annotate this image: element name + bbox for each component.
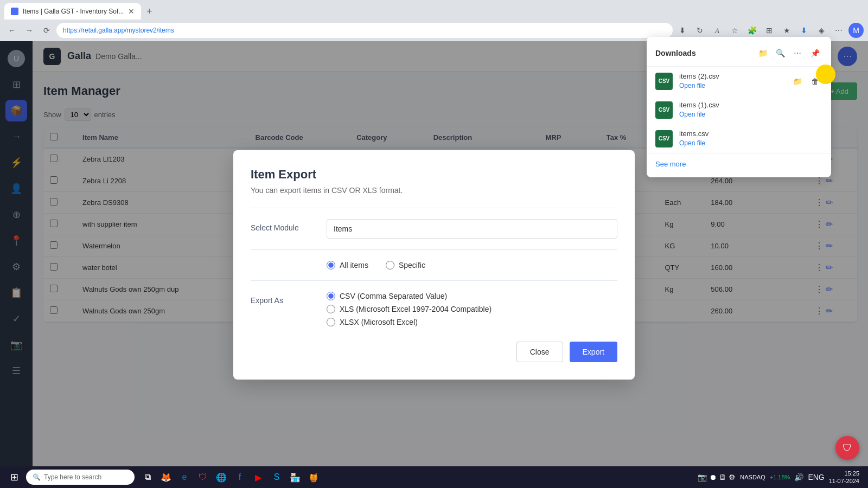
- close-button[interactable]: Close: [516, 342, 563, 362]
- yellow-indicator: [816, 65, 835, 84]
- open-file-link-2[interactable]: Open file: [679, 111, 705, 118]
- select-module-label: Select Module: [251, 219, 327, 232]
- xlsx-radio[interactable]: [327, 318, 335, 326]
- monitor-systray-icon[interactable]: 🖥: [719, 473, 726, 481]
- youtube-button[interactable]: ▶: [250, 468, 267, 486]
- modal-title: Item Export: [251, 168, 617, 182]
- xlsx-option[interactable]: XLSX (Microsoft Excel): [327, 318, 617, 326]
- open-file-link-3[interactable]: Open file: [679, 139, 705, 147]
- downloads-search-button[interactable]: 🔍: [773, 46, 788, 61]
- modal-divider: [251, 208, 617, 208]
- mcafee-taskbar-button[interactable]: 🛡: [194, 468, 212, 486]
- camera-systray-icon[interactable]: 📷: [698, 473, 707, 481]
- all-items-radio[interactable]: [327, 261, 335, 269]
- all-items-option[interactable]: All items: [327, 261, 368, 269]
- xls-option[interactable]: XLS (Microsoft Excel 1997-2004 Compatibl…: [327, 305, 617, 313]
- downloads-actions: 📁 🔍 ⋯ 📌: [755, 46, 822, 61]
- xls-radio[interactable]: [327, 305, 335, 313]
- tab-close-button[interactable]: ✕: [128, 7, 135, 16]
- time-display: 15:25: [829, 470, 859, 477]
- nasdaq-ticker: NASDAQ: [740, 474, 765, 480]
- reload-button[interactable]: ⟳: [39, 23, 54, 38]
- browser-tabs: Items | Galla GST - Inventory Sof... ✕ +: [0, 0, 868, 20]
- tab-title: Items | Galla GST - Inventory Sof...: [23, 8, 124, 15]
- downloads-active-button[interactable]: ⬇: [796, 23, 812, 38]
- save-to-folder-button-1[interactable]: 📁: [790, 74, 805, 89]
- taskbar: ⊞ 🔍 Type here to search ⧉ 🦊 e 🛡 🌐 f ▶ S …: [0, 466, 868, 488]
- scope-field: All items Specific: [327, 261, 617, 269]
- specific-radio[interactable]: [386, 261, 394, 269]
- url-text: https://retail.galla.app/mystorev2/items: [63, 27, 666, 34]
- skype-button[interactable]: S: [268, 468, 285, 486]
- search-placeholder: Type here to search: [44, 473, 101, 481]
- downloads-title: Downloads: [655, 49, 755, 57]
- downloads-header: Downloads 📁 🔍 ⋯ 📌: [647, 43, 831, 67]
- modal-divider-3: [251, 280, 617, 281]
- browser-copilot-button[interactable]: ◈: [814, 23, 829, 38]
- see-more-link[interactable]: See more: [655, 160, 686, 168]
- store-button[interactable]: 🏪: [286, 468, 304, 486]
- volume-icon[interactable]: 🔊: [794, 473, 803, 481]
- extensions-button[interactable]: 🧩: [744, 23, 760, 38]
- downloads-panel: Downloads 📁 🔍 ⋯ 📌 CSV items (2).csv Open…: [647, 37, 831, 177]
- downloads-more-button[interactable]: ⋯: [790, 46, 805, 61]
- favorites-button[interactable]: ☆: [727, 23, 742, 38]
- all-items-label: All items: [340, 261, 368, 269]
- mcafee-fab[interactable]: 🛡: [835, 436, 859, 460]
- download-info-2: items (1).csv Open file: [679, 101, 822, 119]
- profile-button[interactable]: M: [848, 23, 864, 38]
- modal-subtitle: You can export items in CSV OR XLS forma…: [251, 186, 617, 195]
- browser-action-buttons: ⬇ ↻ 𝐴 ☆ 🧩 ⊞ ★ ⬇ ◈ ⋯ M: [675, 23, 864, 38]
- read-aloud-button[interactable]: 𝐴: [710, 23, 725, 38]
- start-button[interactable]: ⊞: [4, 467, 24, 487]
- mcafee-icon: 🛡: [843, 442, 852, 454]
- specific-option[interactable]: Specific: [386, 261, 425, 269]
- facebook-button[interactable]: f: [231, 468, 248, 486]
- honey-button[interactable]: 🍯: [305, 468, 322, 486]
- active-tab[interactable]: Items | Galla GST - Inventory Sof... ✕: [4, 3, 141, 20]
- download-filename-3: items.csv: [679, 130, 822, 138]
- downloads-pin-button[interactable]: 📌: [807, 46, 822, 61]
- taskbar-search[interactable]: 🔍 Type here to search: [26, 470, 135, 485]
- new-tab-button[interactable]: +: [141, 3, 157, 20]
- download-item-1: CSV items (2).csv Open file 📁 🗑: [647, 67, 831, 95]
- export-as-row: Export As CSV (Comma Separated Value) XL…: [251, 292, 617, 326]
- keyboard-language[interactable]: ENG: [808, 473, 824, 481]
- nasdaq-value: +1.18%: [770, 474, 790, 480]
- address-bar[interactable]: https://retail.galla.app/mystorev2/items: [56, 23, 673, 38]
- systray-icons: 📷 ⏺ 🖥 ⚙: [698, 473, 736, 481]
- download-button[interactable]: ⬇: [675, 23, 690, 38]
- csv-option[interactable]: CSV (Comma Separated Value): [327, 292, 617, 300]
- module-input[interactable]: [327, 219, 617, 239]
- search-icon: 🔍: [33, 473, 41, 481]
- forward-button[interactable]: →: [22, 23, 37, 38]
- settings-systray-icon[interactable]: ⚙: [729, 473, 736, 481]
- collections-button[interactable]: ★: [779, 23, 794, 38]
- time-date-display: 15:25 11-07-2024: [829, 470, 859, 485]
- export-as-field: CSV (Comma Separated Value) XLS (Microso…: [327, 292, 617, 326]
- split-screen-button[interactable]: ⊞: [762, 23, 777, 38]
- modal-footer: Close Export: [251, 342, 617, 362]
- refresh-page-button[interactable]: ↻: [692, 23, 707, 38]
- browser-menu-button[interactable]: ⋯: [831, 23, 846, 38]
- download-filename-2: items (1).csv: [679, 101, 822, 109]
- edge-button[interactable]: e: [176, 468, 193, 486]
- download-item-2: CSV items (1).csv Open file: [647, 95, 831, 124]
- downloads-folder-button[interactable]: 📁: [755, 46, 770, 61]
- firefox-button[interactable]: 🦊: [157, 468, 175, 486]
- download-item-3: CSV items.csv Open file: [647, 124, 831, 153]
- export-format-radio-group: CSV (Comma Separated Value) XLS (Microso…: [327, 292, 617, 326]
- open-file-link-1[interactable]: Open file: [679, 82, 705, 89]
- system-tray: 📷 ⏺ 🖥 ⚙ NASDAQ +1.18% 🔊 ENG 15:25 11-07-…: [698, 470, 864, 485]
- record-systray-icon[interactable]: ⏺: [709, 473, 717, 481]
- downloads-footer: See more: [647, 153, 831, 171]
- tab-favicon: [11, 8, 18, 15]
- xlsx-label: XLSX (Microsoft Excel): [340, 318, 418, 326]
- csv-file-icon-2: CSV: [655, 101, 673, 119]
- taskview-button[interactable]: ⧉: [139, 468, 156, 486]
- download-filename-1: items (2).csv: [679, 72, 783, 80]
- back-button[interactable]: ←: [4, 23, 20, 38]
- chrome-button[interactable]: 🌐: [213, 468, 230, 486]
- csv-radio[interactable]: [327, 292, 335, 300]
- export-modal-button[interactable]: Export: [570, 342, 617, 362]
